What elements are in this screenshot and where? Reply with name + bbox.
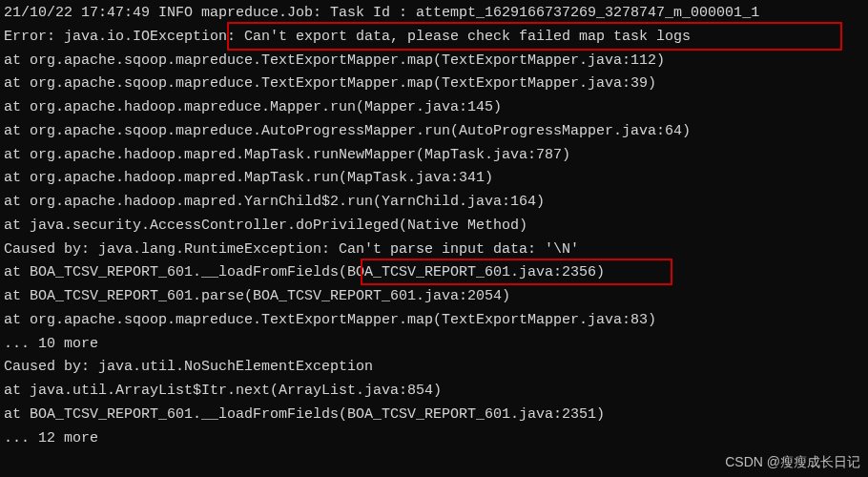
terminal-output: 21/10/22 17:47:49 INFO mapreduce.Job: Ta… [4, 2, 864, 450]
watermark-text: CSDN @瘦瘦成长日记 [725, 451, 860, 473]
log-line: at BOA_TCSV_REPORT_601.parse(BOA_TCSV_RE… [4, 285, 864, 309]
log-line: at org.apache.sqoop.mapreduce.TextExport… [4, 50, 864, 73]
log-line: ... 10 more [4, 333, 864, 357]
log-line: 21/10/22 17:47:49 INFO mapreduce.Job: Ta… [4, 2, 864, 26]
log-line: at java.security.AccessController.doPriv… [4, 215, 864, 238]
log-line: at org.apache.hadoop.mapred.MapTask.runN… [4, 144, 864, 168]
log-line: at java.util.ArrayList$Itr.next(ArrayLis… [4, 380, 864, 404]
log-line: at org.apache.sqoop.mapreduce.AutoProgre… [4, 120, 864, 144]
log-line: at org.apache.sqoop.mapreduce.TextExport… [4, 309, 864, 333]
log-line: at BOA_TCSV_REPORT_601.__loadFromFields(… [4, 404, 864, 427]
log-line: ... 12 more [4, 427, 864, 451]
log-line: at org.apache.hadoop.mapred.YarnChild$2.… [4, 191, 864, 215]
log-line: Error: java.io.IOException: Can't export… [4, 26, 864, 50]
log-line: at org.apache.hadoop.mapred.MapTask.run(… [4, 167, 864, 191]
log-line: Caused by: java.util.NoSuchElementExcept… [4, 356, 864, 380]
log-line: at org.apache.hadoop.mapreduce.Mapper.ru… [4, 96, 864, 120]
log-line: Caused by: java.lang.RuntimeException: C… [4, 238, 864, 262]
log-line: at BOA_TCSV_REPORT_601.__loadFromFields(… [4, 261, 864, 285]
log-line: at org.apache.sqoop.mapreduce.TextExport… [4, 73, 864, 96]
